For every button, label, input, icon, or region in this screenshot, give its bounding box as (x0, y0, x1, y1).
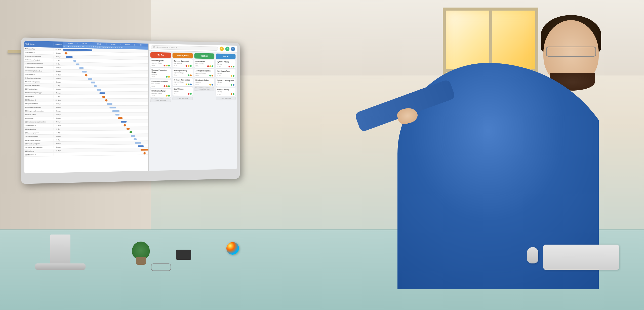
gantt-bar-11 (94, 85, 97, 87)
gantt-task-name-25: 25 Setup program (24, 135, 54, 137)
card-date: 01 Jun (195, 74, 199, 76)
card-footer: 01 Jul (151, 85, 170, 87)
search-box[interactable]: Search name or task ✕ (151, 45, 218, 51)
card-date: 09 Jan (174, 65, 177, 66)
gantt-task-name-12: 12 User interface (24, 88, 54, 90)
card-footer: 12 Jul (174, 93, 191, 95)
day-t5: T (94, 46, 96, 48)
gantt-bars-11 (63, 84, 148, 88)
dot-yellow (168, 76, 170, 78)
day-w: W (67, 46, 69, 47)
kanban-card[interactable]: AI Image RecognitionApproved Budget01 Ju… (194, 69, 214, 77)
gantt-duration-1: 45 days (54, 49, 63, 50)
card-subtitle: Approved Budget (195, 72, 213, 74)
search-placeholder: Search name or task (156, 46, 175, 49)
day-w3: W (96, 46, 98, 48)
gantt-duration-17: 4 days (54, 106, 63, 108)
add-task-btn-inprogress[interactable]: + Add New Task (173, 97, 193, 100)
kanban-card[interactable]: AI Image RecognitionApproved Budget01 Ju… (173, 78, 193, 86)
mouse (527, 247, 538, 263)
card-date: 12 Jul (151, 95, 155, 96)
gantt-task-name-16: 16 Special effects (24, 102, 54, 105)
card-title: New Login Dialog (174, 69, 191, 72)
avatar-green[interactable]: B (225, 47, 229, 51)
add-task-btn-testing[interactable]: + Add New Task (194, 87, 214, 91)
card-footer: 09 Jan (174, 74, 191, 76)
gantt-bars-16 (63, 102, 148, 105)
gantt-task-name-10: 10 Audio subsystem (24, 81, 54, 83)
kanban-card[interactable]: New Search PanelOngoing01 Jan (216, 69, 236, 78)
gantt-duration-12: 2 days (54, 88, 63, 90)
gantt-bars-13 (63, 91, 148, 95)
card-footer: 12 Jul (151, 95, 170, 96)
card-date: 25 Jan (217, 66, 221, 67)
dot-green (233, 93, 234, 95)
kanban-card[interactable]: Keyword SortingOngoing01 Jan (216, 88, 236, 96)
add-task-btn-done[interactable]: + Add New Task (216, 97, 236, 100)
gantt-rows-container: 1 Project Plan45 days2 Milestone 19 days… (24, 47, 148, 157)
gantt-bar-4 (73, 60, 76, 61)
day-t6: T (99, 46, 101, 48)
kanban-card[interactable]: Installer UpdateApproved Budget12 Jul (150, 59, 171, 67)
gantt-duration-13: 3 days (54, 92, 63, 93)
gantt-task-name-14: 14 Bugfixing (24, 95, 54, 97)
avatar-yellow[interactable]: A (220, 46, 224, 51)
gantt-bar-24 (130, 131, 132, 133)
card-subtitle: Ongoing (217, 82, 234, 84)
gantt-bar-16 (107, 103, 112, 105)
dot-green (168, 65, 170, 66)
card-date: 01 Jan (217, 75, 221, 76)
search-clear-icon[interactable]: ✕ (176, 46, 178, 49)
gantt-panel: Task Name Duration 10 Jan 20 Jan 1 Feb 8… (24, 41, 149, 173)
gantt-bar-6 (79, 67, 84, 69)
kanban-card[interactable]: Upgrade Production ServerOngoing27 Jul (150, 68, 171, 79)
kanban-card[interactable]: Revenue DashboardFree Available09 Jan (173, 59, 193, 68)
gantt-task-name-21: 21 Performance optimization (24, 121, 54, 123)
day-f: F (71, 46, 73, 47)
kanban-card[interactable]: Optimize Loading TimeOngoing01 Jun (216, 78, 236, 87)
dot-yellow (186, 84, 187, 85)
dot-red (207, 65, 209, 67)
card-footer: 25 Jan (217, 65, 234, 67)
gantt-milestone-diamond (123, 124, 126, 127)
kanban-card[interactable]: New UI IconsFree Available25 Jan (194, 59, 214, 68)
gantt-bar-19 (115, 114, 119, 115)
card-subtitle: Ongoing (151, 73, 170, 75)
dot-green (188, 84, 189, 85)
gantt-bars-24 (63, 130, 148, 134)
card-title: Revenue Dashboard (174, 60, 191, 62)
gantt-task-name-24: 24 Launch program (24, 132, 54, 134)
gantt-bars-20 (63, 116, 148, 120)
kanban-card[interactable]: New Search PanelApproved Budget12 Jul (150, 89, 171, 98)
kanban-card[interactable]: Dynamic PricingOngoing25 Jan (216, 60, 236, 68)
card-dots (207, 65, 213, 67)
card-dots (166, 76, 170, 78)
card-footer: 27 Jul (151, 76, 170, 78)
card-dots (228, 66, 234, 67)
gantt-duration-6: 2 days (54, 67, 63, 68)
day-w2: W (82, 46, 84, 47)
gantt-duration-20: 2 days (54, 117, 63, 119)
gantt-duration-9: 2 days (54, 78, 63, 79)
kanban-card[interactable]: Promotion DiscountsFree Available01 Jul (150, 80, 171, 88)
gantt-duration-28: 3 days (54, 146, 63, 148)
card-footer: 09 Jan (174, 65, 191, 67)
kanban-card[interactable]: New UI IconsOngoing12 Jul (173, 87, 193, 96)
kanban-card[interactable]: New Login DialogOngoing01 Jan (194, 78, 214, 87)
gantt-task-name-22: 22 Milestone 4 (24, 124, 54, 127)
card-footer: 01 Jun (195, 74, 213, 76)
dot-green (209, 74, 211, 76)
avatar-blue[interactable]: C (231, 47, 235, 51)
gantt-bar-29 (141, 149, 149, 150)
gantt-duration-header: Duration (54, 44, 63, 46)
gantt-duration-11: 1 day (54, 85, 63, 86)
dot-blue (233, 84, 234, 86)
gantt-duration-22: 13 days (54, 125, 63, 126)
kanban-card[interactable]: New Login DialogApproved Budget09 Jan (173, 68, 193, 77)
dot-green (166, 76, 168, 78)
card-dots (231, 75, 234, 77)
dot-green (190, 93, 192, 95)
day-s8: S (119, 47, 121, 48)
dot-green (190, 65, 192, 67)
add-task-btn-todo[interactable]: + Add New Task (150, 98, 171, 102)
